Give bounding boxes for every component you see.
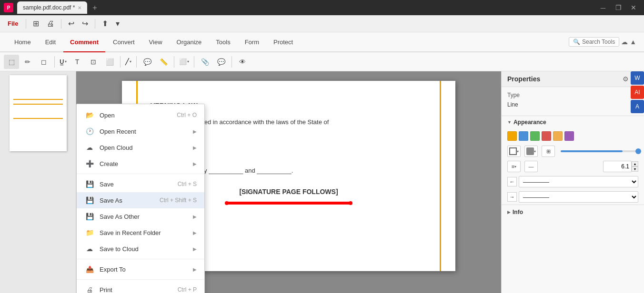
fill-color-button[interactable]: ▾ [524, 146, 538, 157]
menu-save-as-other[interactable]: 💾 Save As Other ▶ [77, 208, 204, 225]
measure-button[interactable]: 📏 [156, 55, 171, 69]
maximize-button[interactable]: ❐ [612, 3, 625, 12]
text-tool-button[interactable]: T [70, 55, 85, 69]
layout-button[interactable]: ⊞ [30, 17, 42, 30]
menu-open-recent[interactable]: 🕐 Open Recent ▶ [77, 123, 204, 139]
menu-export[interactable]: 📤 Export To ▶ [77, 261, 204, 277]
tab-tools[interactable]: Tools [209, 32, 237, 52]
appearance-section-header[interactable]: ▼ Appearance [502, 116, 644, 128]
minimize-button[interactable]: ⸺ [596, 3, 610, 12]
spinner-up[interactable]: ▲ [632, 161, 638, 166]
file-dropdown-menu: 📂 Open Ctrl + O 🕐 Open Recent ▶ ☁ Open C… [76, 104, 205, 293]
swatch-blue[interactable] [519, 131, 528, 141]
search-tools-label: Search Tools [582, 39, 615, 45]
menu-create[interactable]: ➕ Create ▶ [77, 156, 204, 172]
window-controls[interactable]: ⸺ ❐ ✕ [596, 3, 640, 12]
spinner-down[interactable]: ▼ [632, 166, 638, 172]
line-style-button[interactable]: — [524, 161, 538, 172]
line-arrow-icon: ▾ [130, 59, 131, 64]
underline-tool-button[interactable]: U̲ ▾ [58, 55, 69, 69]
tab-organize[interactable]: Organize [170, 32, 209, 52]
menu-open-recent-arrow: ▶ [193, 129, 197, 134]
slider-thumb[interactable] [635, 148, 641, 154]
menu-open-cloud[interactable]: ☁ Open Cloud ▶ [77, 139, 204, 156]
cloud-upload-button[interactable]: ☁ [621, 38, 628, 46]
tab-close-button[interactable]: ✕ [78, 5, 81, 10]
swatch-red[interactable] [542, 131, 551, 141]
border-color-row: ▾ ▾ ⊞ [502, 144, 644, 159]
attachment-button[interactable]: 📎 [197, 55, 212, 69]
menu-save-cloud-arrow: ▶ [193, 246, 197, 252]
line-width-left-button[interactable]: ≡ ▾ [507, 161, 521, 172]
line-type-row: Line 🔒 [507, 101, 638, 108]
print-button[interactable]: 🖨 [44, 18, 57, 30]
select-tool-button[interactable]: ⬚ [4, 55, 19, 69]
swatch-amber[interactable] [553, 131, 563, 141]
border-color-button[interactable]: ▾ [507, 146, 521, 157]
opacity-slider[interactable] [561, 150, 638, 152]
word-alt-button[interactable]: A [631, 100, 644, 113]
acrobat-ai-button[interactable]: AI [631, 86, 644, 99]
menu-save-recent[interactable]: 📁 Save in Recent Folder ▶ [77, 225, 204, 241]
tab-form[interactable]: Form [238, 32, 266, 52]
file-menu-button[interactable]: File [4, 19, 22, 28]
tab-convert[interactable]: Convert [106, 32, 141, 52]
callout-button[interactable]: ⬜ [102, 55, 117, 69]
icon-toolbar: ⬚ ✏ ◻ U̲ ▾ T ⊡ ⬜ ╱ ▾ 💬 📏 ⬜ ▾ 📎 💬 👁 [0, 52, 644, 71]
menu-save[interactable]: 💾 Save Ctrl + S [77, 176, 204, 192]
toolbar-divider-1 [26, 19, 26, 29]
new-tab-button[interactable]: ＋ [89, 2, 101, 13]
end-style-icon[interactable]: → [507, 192, 517, 202]
redo-button[interactable]: ↪ [79, 17, 91, 30]
menu-open[interactable]: 📂 Open Ctrl + O [77, 107, 204, 123]
swatch-orange[interactable] [507, 131, 517, 141]
text-comment-button[interactable]: 💬 [213, 55, 229, 69]
save-recent-icon: 📁 [84, 227, 95, 238]
tab-edit[interactable]: Edit [39, 32, 62, 52]
tab-protect[interactable]: Protect [267, 32, 300, 52]
close-button[interactable]: ✕ [627, 3, 640, 12]
start-style-select[interactable]: ————— [519, 176, 638, 187]
start-style-icon[interactable]: ← [507, 177, 517, 186]
start-line-style-row: ← ————— [502, 174, 644, 189]
tab-document[interactable]: sample.pdf.doc.pdf * ✕ [17, 1, 87, 14]
pencil-tool-button[interactable]: ✏ [20, 55, 35, 69]
save-as-other-icon: 💾 [84, 211, 95, 222]
info-section-header[interactable]: ▶ Info [502, 205, 644, 219]
menu-save-as[interactable]: 💾 Save As Ctrl + Shift + S [77, 192, 204, 208]
save-icon: 💾 [84, 179, 95, 189]
info-chevron-icon: ▶ [507, 210, 511, 215]
word-icon-button[interactable]: W [631, 71, 644, 85]
page-thumbnail[interactable] [10, 75, 67, 151]
share-button[interactable]: ⬆ [99, 17, 111, 30]
undo-button[interactable]: ↩ [65, 17, 77, 30]
opacity-button[interactable]: ⊞ [542, 146, 555, 157]
collapse-button[interactable]: ▲ [630, 38, 636, 46]
eraser-tool-button[interactable]: ◻ [36, 55, 51, 69]
swatch-green[interactable] [530, 131, 540, 141]
icon-toolbar-divider-4 [174, 56, 174, 68]
panel-settings-button[interactable]: ⚙ [623, 75, 629, 83]
menu-open-cloud-label: Open Cloud [100, 144, 132, 151]
stamp-button[interactable]: ⬜ ▾ [177, 55, 191, 69]
tab-home[interactable]: Home [8, 32, 38, 52]
sig-dot-left [225, 201, 229, 205]
search-tools-input[interactable]: 🔍 Search Tools [569, 37, 619, 47]
swatch-purple[interactable] [564, 131, 574, 141]
tab-view[interactable]: View [142, 32, 169, 52]
line-width-spinner[interactable]: ▲ ▼ [632, 161, 638, 172]
more-button[interactable]: ▾ [113, 17, 122, 30]
menu-save-cloud[interactable]: ☁ Save to Cloud ▶ [77, 241, 204, 257]
tab-comment[interactable]: Comment [63, 32, 105, 52]
line-width-input[interactable]: 6.1 [603, 161, 632, 172]
line-width-row: ≡ ▾ — 6.1 ▲ ▼ [502, 159, 644, 174]
comment-button[interactable]: 💬 [140, 55, 155, 69]
text-box-button[interactable]: ⊡ [86, 55, 101, 69]
menu-print[interactable]: 🖨 Print Ctrl + P [77, 282, 204, 293]
dropdown-menu-container: 📂 Open Ctrl + O 🕐 Open Recent ▶ ☁ Open C… [76, 104, 205, 293]
save-cloud-icon: ☁ [84, 244, 95, 254]
line-tool-button[interactable]: ╱ ▾ [123, 55, 133, 69]
eye-button[interactable]: 👁 [235, 55, 250, 69]
end-style-select[interactable]: ————— [519, 191, 638, 203]
title-bar: P sample.pdf.doc.pdf * ✕ ＋ ⸺ ❐ ✕ [0, 0, 644, 15]
